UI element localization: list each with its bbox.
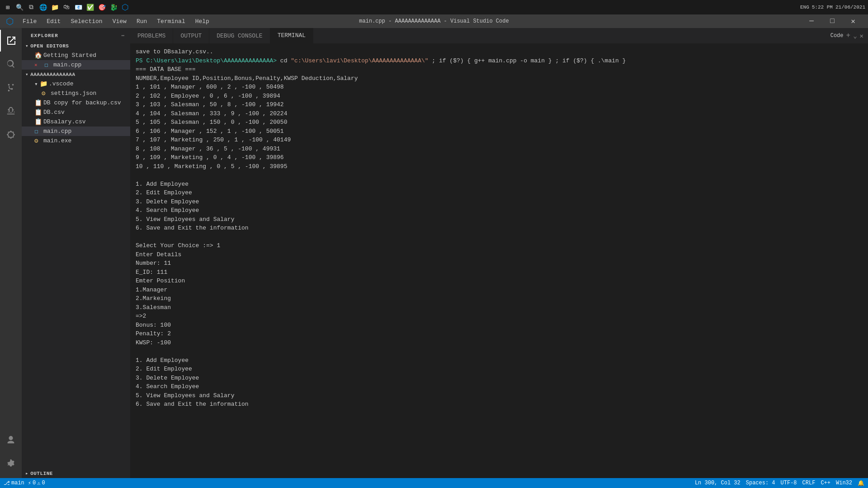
outline-header[interactable]: ▸ OUTLINE	[22, 469, 130, 478]
explorer-activity-icon[interactable]	[0, 30, 22, 52]
terminal-area: PROBLEMS OUTPUT DEBUG CONSOLE TERMINAL C…	[130, 28, 868, 478]
csv-file-icon: 📋	[34, 99, 42, 107]
sidebar-item-main-cpp[interactable]: ◻ main.cpp	[22, 127, 130, 136]
close-icon[interactable]: ✕	[34, 62, 42, 68]
split-terminal-icon[interactable]: ⌄	[853, 32, 857, 40]
term-choice: Select Your Choice :=> 1	[136, 241, 863, 250]
maximize-button[interactable]: □	[822, 14, 843, 28]
tab-output-label: OUTPUT	[180, 33, 202, 39]
warning-icon: ⚠	[37, 480, 40, 487]
project-section-header[interactable]: ▾ AAAAAAAAAAAAAA	[22, 70, 130, 79]
tab-problems[interactable]: PROBLEMS	[130, 28, 173, 43]
settings-activity-icon[interactable]	[0, 453, 22, 474]
csv3-file-icon: 📋	[34, 118, 42, 126]
mail-icon[interactable]: 📧	[73, 2, 83, 12]
outline-label: OUTLINE	[30, 471, 53, 476]
menu-terminal[interactable]: Terminal	[153, 16, 189, 27]
vscode-icon[interactable]: ⬡	[120, 2, 130, 12]
edge-icon[interactable]: 🌐	[38, 2, 48, 12]
right-panel: PROBLEMS OUTPUT DEBUG CONSOLE TERMINAL C…	[130, 28, 868, 478]
extensions-activity-icon[interactable]	[0, 124, 22, 145]
add-terminal-icon[interactable]: +	[846, 32, 851, 40]
task-view-icon[interactable]: ⧉	[26, 2, 36, 12]
sidebar-item-db-backup[interactable]: 📋 DB copy for backup.csv	[22, 98, 130, 108]
close-button[interactable]: ✕	[843, 14, 863, 28]
debug-activity-icon[interactable]	[0, 100, 22, 122]
explorer-icon[interactable]: 📁	[50, 2, 60, 12]
app6-icon[interactable]: 🎯	[97, 2, 107, 12]
new-file-icon[interactable]: ⋯	[121, 33, 125, 38]
tab-output[interactable]: OUTPUT	[173, 28, 209, 43]
term-pos-choice: =>2	[136, 312, 863, 321]
sidebar-title: EXPLORER	[31, 33, 58, 38]
app5-icon[interactable]: ✅	[85, 2, 95, 12]
tab-debug-console[interactable]: DEBUG CONSOLE	[209, 28, 270, 43]
open-editors-header[interactable]: ▾ OPEN EDITORS	[22, 41, 130, 51]
sidebar-item-dbsalary-csv[interactable]: 📋 DBsalary.csv	[22, 117, 130, 127]
eol-label: CRLF	[802, 480, 816, 486]
home-icon: 🏠	[34, 52, 42, 59]
taskbar-date: 21/06/2021	[835, 5, 865, 10]
status-platform[interactable]: Win32	[836, 480, 852, 486]
menu-view[interactable]: View	[109, 16, 130, 27]
status-cursor[interactable]: Ln 300, Col 32	[695, 480, 741, 486]
titlebar: ⬡ File Edit Selection View Run Terminal …	[0, 14, 868, 28]
account-activity-icon[interactable]	[0, 429, 22, 451]
minimize-button[interactable]: ─	[801, 14, 822, 28]
store-icon[interactable]: 🛍	[61, 2, 71, 12]
sidebar-item-main-cpp-open[interactable]: ✕ ◻ main.cpp	[22, 60, 130, 70]
status-branch[interactable]: ⎇ main	[4, 480, 24, 487]
menu-run[interactable]: Run	[133, 16, 151, 27]
platform-label: Win32	[836, 480, 852, 486]
sidebar-item-settings-json[interactable]: ⚙ settings.json	[22, 89, 130, 98]
term-line-r3: 3 , 103 , Salesman , 50 , 8 , -100 , 199…	[136, 100, 863, 109]
sidebar-item-label: DB copy for backup.csv	[43, 99, 121, 106]
menu-selection[interactable]: Selection	[67, 16, 106, 27]
sidebar-item-label: main.exe	[43, 137, 71, 144]
sidebar-header: EXPLORER ⋯	[22, 28, 130, 41]
chevron-down-icon: ▾	[25, 71, 28, 77]
search-activity-icon[interactable]	[0, 53, 22, 75]
status-notifications[interactable]: 🔔	[858, 480, 864, 487]
cpp-file2-icon: ◻	[34, 127, 42, 135]
sidebar-item-getting-started[interactable]: 🏠 Getting Started	[22, 51, 130, 60]
term-line-r10: 10 , 110 , Marketing , 0 , 5 , -100 , 39…	[136, 162, 863, 171]
start-menu-icon[interactable]: ⊞	[3, 2, 13, 12]
sidebar-item-vscode-folder[interactable]: ▾ 📁 .vscode	[22, 79, 130, 89]
taskbar-right: ENG 5:22 PM 21/06/2021	[800, 5, 865, 10]
status-spaces[interactable]: Spaces: 4	[746, 480, 775, 486]
term-line-blank3	[136, 347, 863, 356]
window-title: main.cpp - AAAAAAAAAAAAAA - Visual Studi…	[359, 18, 509, 24]
term-menu2-3: 3. Delete Employee	[136, 374, 863, 383]
term-menu-4: 4. Search Employee	[136, 206, 863, 215]
branch-name: main	[11, 480, 24, 486]
sidebar-item-db-csv[interactable]: 📋 DB.csv	[22, 108, 130, 117]
term-number: Number: 11	[136, 259, 863, 268]
taskbar-layout: ENG	[800, 5, 809, 10]
language-label: C++	[821, 480, 830, 486]
status-eol[interactable]: CRLF	[802, 480, 816, 486]
terminal-content[interactable]: save to DBsalary.csv.. PS C:\Users\lavi\…	[130, 44, 868, 478]
term-menu2-6: 6. Save and Exit the information	[136, 400, 863, 409]
status-errors[interactable]: ⚡ 0 ⚠ 0	[28, 480, 45, 487]
status-encoding[interactable]: UTF-8	[781, 480, 797, 486]
term-menu-5: 5. View Employees and Salary	[136, 215, 863, 224]
search-icon[interactable]: 🔍	[14, 2, 24, 12]
sidebar-item-main-exe[interactable]: ⚙ main.exe	[22, 136, 130, 145]
exe-file-icon: ⚙	[34, 137, 42, 145]
menu-file[interactable]: File	[19, 16, 40, 27]
close-terminal-icon[interactable]: ✕	[860, 32, 863, 40]
menu-edit[interactable]: Edit	[43, 16, 64, 27]
menu-help[interactable]: Help	[192, 16, 213, 27]
term-line-header: === DATA BASE ===	[136, 65, 863, 74]
error-count: 0	[33, 480, 36, 486]
status-left: ⎇ main ⚡ 0 ⚠ 0	[4, 480, 45, 487]
app7-icon[interactable]: 🐉	[108, 2, 118, 12]
source-control-activity-icon[interactable]	[0, 77, 22, 99]
term-line-blank1	[136, 171, 863, 180]
folder-icon: 📁	[40, 80, 47, 88]
status-language[interactable]: C++	[821, 480, 830, 486]
project-section: ▾ AAAAAAAAAAAAAA ▾ 📁 .vscode ⚙ settings.…	[22, 70, 130, 145]
tab-terminal[interactable]: TERMINAL	[270, 28, 313, 43]
term-pos-2: 2.Markeing	[136, 294, 863, 303]
